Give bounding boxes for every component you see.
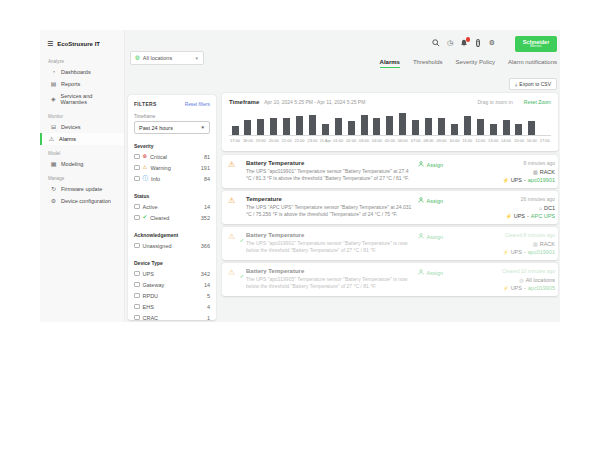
datacenter-icon: ⌂ xyxy=(539,205,542,211)
hamburger-menu-icon[interactable]: ☰ xyxy=(47,40,53,47)
tab-severity-policy[interactable]: Severity Policy xyxy=(456,59,495,68)
cleared-icon: ✔ xyxy=(143,215,148,221)
export-csv-button[interactable]: ⤓ Export to CSV xyxy=(509,78,557,90)
alarm-meta: 8 minutes ago▥RACK⚡UPS-apc019901 xyxy=(447,160,555,183)
avatar[interactable] xyxy=(502,39,510,47)
settings-gear-icon[interactable]: ⚙ xyxy=(488,39,496,47)
sidebar-item-device-configuration[interactable]: ⚙Device configuration xyxy=(40,195,124,207)
filter-group-label: Severity xyxy=(134,143,210,149)
filter-option-active: Active14 xyxy=(134,201,210,212)
rack-icon: ▥ xyxy=(533,241,538,247)
alarm-device-name-link[interactable]: apc019905 xyxy=(528,285,555,291)
chart-tick-label: 11:00 xyxy=(461,138,473,143)
alarm-location[interactable]: ▥RACK xyxy=(533,241,555,247)
notifications-bell-icon[interactable] xyxy=(460,39,468,47)
sidebar-item-alarms[interactable]: ⚠Alarms xyxy=(40,133,124,145)
tab-thresholds[interactable]: Thresholds xyxy=(413,59,443,68)
sidebar-item-dashboards[interactable]: ◔Dashboards xyxy=(40,66,124,78)
sidebar-item-services-and-warranties[interactable]: ◈Services and Warranties xyxy=(40,90,124,108)
sidebar-section-label: Monitor xyxy=(40,108,124,121)
ups-device-icon: ⚡ xyxy=(502,285,508,291)
alarm-device-name-link[interactable]: APC UPS xyxy=(531,213,555,219)
chart-bar-slot xyxy=(423,118,435,136)
alarm-description: The UPS "apc019905" Temperature sensor "… xyxy=(246,276,414,291)
checkbox[interactable] xyxy=(134,304,140,310)
app-logo: ☰ EcoStruxure IT xyxy=(40,38,124,53)
alarm-device-name-link[interactable]: apc019901 xyxy=(528,249,555,255)
checkbox[interactable] xyxy=(134,154,140,160)
schneider-electric-logo[interactable]: Schneider Electric xyxy=(515,36,557,52)
assign-label: Assign xyxy=(427,234,444,240)
chart-tick-label: 15:00 xyxy=(513,138,525,143)
checkbox[interactable] xyxy=(134,293,140,299)
chart-tick-label: 03:00 xyxy=(358,138,370,143)
sidebar-item-reports[interactable]: ▤Reports xyxy=(40,78,124,90)
filter-option-gateway: Gateway14 xyxy=(134,279,210,290)
history-icon[interactable]: ◷ xyxy=(446,39,454,47)
alarm-location[interactable]: ⌂DC1 xyxy=(539,205,555,211)
chart-tick-label: 10:00 xyxy=(448,138,460,143)
sidebar-item-firmware-update[interactable]: ↻Firmware update xyxy=(40,183,124,195)
sidebar-item-label: Services and Warranties xyxy=(61,93,117,105)
chart-x-axis: 17:0018:0019:0020:0021:0022:0023:0011 Ap… xyxy=(229,138,551,143)
chart-tick-label: 04:00 xyxy=(371,138,383,143)
checkbox[interactable] xyxy=(134,176,140,182)
assign-button[interactable]: Assign xyxy=(418,269,443,276)
location-selector[interactable]: ◍ All locations ▼ xyxy=(130,51,204,65)
search-icon[interactable] xyxy=(432,39,440,47)
chart-bar xyxy=(425,118,432,136)
help-icon[interactable]: ? xyxy=(474,39,482,47)
filter-option-label: Gateway xyxy=(143,282,165,288)
assign-button[interactable]: Assign xyxy=(418,233,443,240)
alarm-location[interactable]: ▥RACK xyxy=(533,169,555,175)
alarm-text: Battery TemperatureThe UPS "apc019901" T… xyxy=(246,160,414,183)
chart-bar-slot xyxy=(371,118,383,136)
assign-button[interactable]: Assign xyxy=(418,161,443,168)
tab-alarm-notifications[interactable]: Alarm notifications xyxy=(508,59,557,68)
filter-option-unassigned: Unassigned366 xyxy=(134,240,210,251)
chart-bar-slot xyxy=(397,113,409,136)
alarm-title: Battery Temperature xyxy=(246,160,414,166)
sidebar-item-modeling[interactable]: ▦Modeling xyxy=(40,158,124,170)
globe-icon: ◍ xyxy=(135,55,140,61)
chart-tick-label: 17:00 xyxy=(539,138,551,143)
tab-alarms[interactable]: Alarms xyxy=(380,59,400,68)
alarm-location[interactable]: ◎All locations xyxy=(519,277,555,283)
alarm-text: Battery TemperatureThe UPS "apc019905" T… xyxy=(246,268,414,291)
filter-option-count: 1 xyxy=(207,315,210,321)
checkbox[interactable] xyxy=(134,243,140,249)
filter-option-rpdu: RPDU5 xyxy=(134,290,210,301)
drag-to-zoom-hint: Drag to zoom in xyxy=(477,99,512,105)
chart-drag-zoom-area[interactable] xyxy=(229,110,551,136)
assign-button[interactable]: Assign xyxy=(418,197,443,204)
reset-filters-link[interactable]: Reset filters xyxy=(185,102,210,107)
sidebar-item-devices[interactable]: ⊟Devices xyxy=(40,121,124,133)
chart-tick-label: 17:00 xyxy=(229,138,241,143)
alarm-device-name-link[interactable]: apc019901 xyxy=(528,177,555,183)
filter-group-label: Status xyxy=(134,193,210,199)
chart-tick-label: 09:00 xyxy=(436,138,448,143)
filters-panel: FILTERS Reset filters Timeframe Past 24 … xyxy=(128,95,216,320)
sidebar-section-label: Analyze xyxy=(40,53,124,66)
reset-zoom-link[interactable]: Reset Zoom xyxy=(524,99,551,105)
alarms-icon: ⚠ xyxy=(48,136,55,142)
timeframe-filter-select[interactable]: Past 24 hours ▼ xyxy=(134,121,210,134)
assign-label: Assign xyxy=(427,270,444,276)
checkbox[interactable] xyxy=(134,271,140,277)
chart-bar xyxy=(361,115,368,135)
checkbox[interactable] xyxy=(134,215,140,221)
sidebar-item-label: Dashboards xyxy=(61,69,91,75)
ups-device-icon: ⚡ xyxy=(502,177,508,183)
cleared-warning-icon: ⚠✔ xyxy=(228,232,242,241)
chevron-down-icon: ▼ xyxy=(201,125,205,130)
filter-option-label: Cleared xyxy=(150,215,169,221)
checkbox[interactable] xyxy=(134,204,140,210)
filter-option-critical: ⊗Critical81 xyxy=(134,151,210,162)
sidebar-section-label: Manage xyxy=(40,170,124,183)
filter-option-crac: CRAC1 xyxy=(134,312,210,320)
checkbox[interactable] xyxy=(134,282,140,288)
checkbox[interactable] xyxy=(134,315,140,320)
modeling-icon: ▦ xyxy=(50,161,57,167)
chart-bar-slot xyxy=(358,115,370,135)
checkbox[interactable] xyxy=(134,165,140,171)
